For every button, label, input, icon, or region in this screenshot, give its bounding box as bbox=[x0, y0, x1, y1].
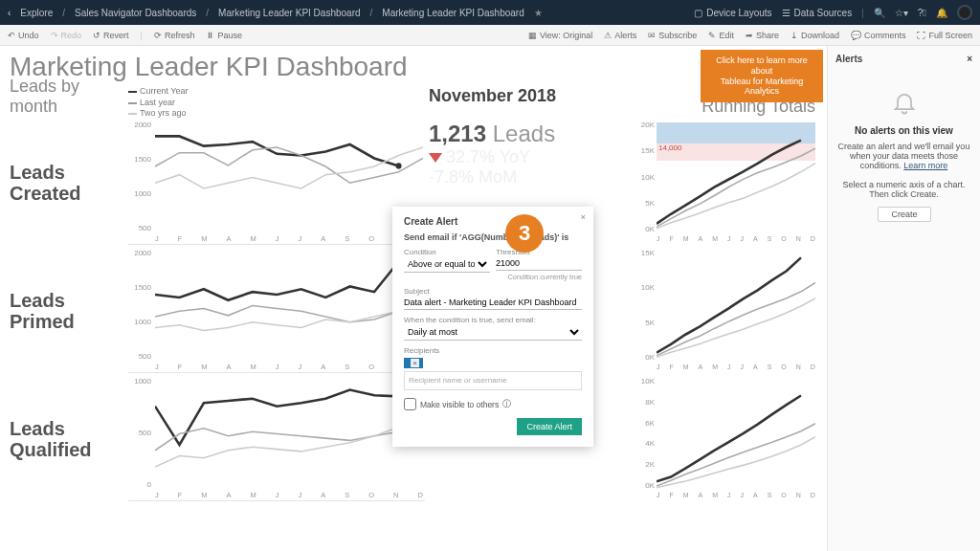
chart-legend: Current YearLast yearTwo yrs ago bbox=[128, 86, 425, 117]
dialog-lead: Send email if 'AGG(Number of Leads)' is bbox=[404, 232, 582, 242]
dialog-title: Create Alert bbox=[404, 216, 582, 227]
visible-checkbox[interactable] bbox=[404, 398, 416, 410]
panel-close-icon[interactable]: × bbox=[967, 54, 972, 64]
info-icon[interactable]: ⓘ bbox=[502, 399, 511, 410]
row-label: Leads Qualified bbox=[10, 377, 124, 501]
data-sources-button[interactable]: ☰ Data Sources bbox=[782, 8, 853, 18]
undo-button[interactable]: ↶ Undo bbox=[8, 31, 39, 40]
breadcrumb-0[interactable]: Explore bbox=[20, 8, 53, 18]
redo-button[interactable]: ↷ Redo bbox=[51, 31, 82, 40]
running-chart[interactable]: 15K10K5K0KJFMAMJJASOND bbox=[634, 249, 815, 373]
comments-button[interactable]: 💬 Comments bbox=[851, 31, 906, 40]
search-icon[interactable]: 🔍 bbox=[874, 8, 885, 18]
avatar[interactable] bbox=[957, 5, 972, 20]
refresh-button[interactable]: ⟳ Refresh bbox=[154, 31, 195, 40]
frequency-select[interactable]: Daily at most bbox=[404, 324, 582, 341]
create-alert-dialog: × Create Alert Send email if 'AGG(Number… bbox=[392, 207, 593, 447]
row-label: Leads Primed bbox=[10, 249, 124, 373]
recipient-input[interactable]: Recipient name or username bbox=[404, 371, 582, 390]
period-label: November 2018 bbox=[429, 86, 630, 106]
back-icon[interactable]: ‹ bbox=[8, 8, 11, 18]
bell-icon bbox=[835, 89, 972, 116]
panel-title: Alerts × bbox=[835, 54, 972, 64]
divider: | bbox=[141, 31, 143, 40]
device-layouts-button[interactable]: ▢ Device Layouts bbox=[694, 8, 771, 18]
panel-text-2: Select a numeric axis of a chart. Then c… bbox=[842, 180, 965, 199]
alerts-button[interactable]: ⚠ Alerts bbox=[604, 31, 636, 40]
subscribe-button[interactable]: ✉ Subscribe bbox=[648, 31, 697, 40]
condition-hint: Condition currently true bbox=[404, 273, 582, 281]
dashboard-title: Marketing Leader KPI Dashboard bbox=[10, 52, 817, 82]
monthly-chart[interactable]: 200015001000500JFMAMJJASOND bbox=[128, 249, 425, 373]
help-icon[interactable]: ?⃝ bbox=[918, 8, 926, 18]
favorite-star-icon[interactable]: ★ bbox=[534, 8, 543, 18]
subject-input[interactable] bbox=[404, 296, 582, 310]
close-icon[interactable]: × bbox=[581, 212, 586, 222]
fullscreen-button[interactable]: ⛶ Full Screen bbox=[917, 31, 972, 40]
threshold-input[interactable] bbox=[496, 256, 582, 271]
chip-remove-icon[interactable]: × bbox=[411, 359, 419, 367]
revert-button[interactable]: ↺ Revert bbox=[93, 31, 129, 40]
frequency-label: When the condition is true, send email: bbox=[404, 316, 582, 324]
panel-heading: No alerts on this view bbox=[835, 125, 972, 136]
monthly-chart[interactable]: 10005000JFMAMJJASOND bbox=[128, 377, 425, 501]
row-label: Leads Created bbox=[10, 121, 124, 245]
subject-label: Subject bbox=[404, 287, 582, 296]
breadcrumb-3: Marketing Leader KPI Dashboard bbox=[382, 8, 523, 18]
visible-label: Make visible to others bbox=[420, 400, 499, 409]
col-header-leads: Leads by month bbox=[10, 86, 124, 117]
svg-point-0 bbox=[396, 163, 402, 168]
pause-button[interactable]: ⏸ Pause bbox=[206, 31, 242, 40]
download-button[interactable]: ⤓ Download bbox=[791, 31, 839, 40]
create-alert-button[interactable]: Create Alert bbox=[517, 418, 582, 435]
recipient-chip[interactable]: × bbox=[404, 358, 423, 368]
running-chart[interactable]: 14,00020K15K10K5K0KJFMAMJJASOND bbox=[634, 121, 815, 245]
view-selector[interactable]: ▦ View: Original bbox=[528, 31, 592, 40]
notifications-icon[interactable]: 🔔 bbox=[936, 8, 947, 18]
monthly-chart[interactable]: 200015001000500JFMAMJJASOND bbox=[128, 121, 425, 245]
breadcrumb-1[interactable]: Sales Navigator Dashboards bbox=[75, 8, 196, 18]
condition-select[interactable]: Above or equal to bbox=[404, 256, 490, 273]
view-toolbar: ↶ Undo ↷ Redo ↺ Revert | ⟳ Refresh ⏸ Pau… bbox=[0, 25, 980, 46]
create-button[interactable]: Create bbox=[878, 207, 931, 222]
alerts-panel: Alerts × No alerts on this view Create a… bbox=[827, 46, 980, 551]
nav-bar: ‹ Explore/ Sales Navigator Dashboards/ M… bbox=[0, 0, 980, 25]
share-button[interactable]: ➦ Share bbox=[746, 31, 779, 40]
divider: | bbox=[861, 8, 864, 18]
running-chart[interactable]: 10K8K6K4K2K0KJFMAMJJASOND bbox=[634, 377, 815, 501]
step-badge: 3 bbox=[505, 214, 544, 253]
favorites-icon[interactable]: ☆▾ bbox=[895, 8, 908, 18]
edit-button[interactable]: ✎ Edit bbox=[708, 31, 734, 40]
condition-label: Condition bbox=[404, 248, 490, 256]
promo-banner[interactable]: Click here to learn more aboutTableau fo… bbox=[701, 50, 823, 102]
threshold-label: Threshold bbox=[496, 248, 582, 256]
recipients-label: Recipients bbox=[404, 346, 582, 355]
breadcrumb-2[interactable]: Marketing Leader KPI Dashboard bbox=[218, 8, 360, 18]
learn-more-link[interactable]: Learn more bbox=[903, 161, 947, 170]
